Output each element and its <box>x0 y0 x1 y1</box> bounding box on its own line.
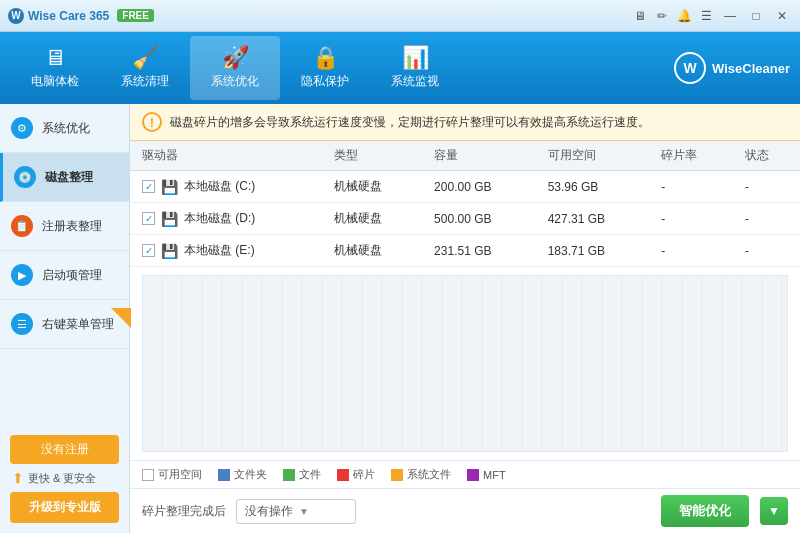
sidebar-item-context-menu[interactable]: ☰ 右键菜单管理 <box>0 300 129 349</box>
menu-icon[interactable]: ☰ <box>698 8 714 24</box>
monitor-icon[interactable]: 🖥 <box>632 8 648 24</box>
sidebar-item-disk-defrag-label: 磁盘整理 <box>45 169 93 186</box>
legend-color-swatch <box>467 469 479 481</box>
table-row[interactable]: 💾 本地磁盘 (C:) 机械硬盘 200.00 GB 53.96 GB - - <box>130 171 800 203</box>
disk-table: 驱动器 类型 容量 可用空间 碎片率 状态 💾 本地磁盘 (C:) <box>130 141 800 267</box>
drive-size: 200.00 GB <box>422 171 536 203</box>
smart-optimize-button[interactable]: 智能优化 <box>661 495 749 527</box>
drive-cell: 💾 本地磁盘 (D:) <box>130 203 322 235</box>
drive-type: 机械硬盘 <box>322 171 422 203</box>
drive-icon: 💾 <box>161 243 178 259</box>
disk-table-container: 驱动器 类型 容量 可用空间 碎片率 状态 💾 本地磁盘 (C:) <box>130 141 800 267</box>
legend-color-swatch <box>142 469 154 481</box>
window-controls: 🖥 ✏ 🔔 ☰ — □ ✕ <box>632 8 792 24</box>
upgrade-button[interactable]: 升级到专业版 <box>10 492 119 523</box>
drive-free: 53.96 GB <box>536 171 650 203</box>
monitor-label: 系统监视 <box>391 73 439 90</box>
legend-item: 碎片 <box>337 467 375 482</box>
system-clean-icon: 🧹 <box>132 47 159 69</box>
drive-type: 机械硬盘 <box>322 203 422 235</box>
dropdown-value: 没有操作 <box>245 503 293 520</box>
drive-checkbox[interactable] <box>142 212 155 225</box>
legend-label: 文件夹 <box>234 467 267 482</box>
nav-system-optimize[interactable]: 🚀 系统优化 <box>190 36 280 100</box>
app-name: Wise Care 365 <box>28 9 109 23</box>
table-row[interactable]: 💾 本地磁盘 (E:) 机械硬盘 231.51 GB 183.71 GB - - <box>130 235 800 267</box>
close-button[interactable]: ✕ <box>772 9 792 23</box>
nav-privacy[interactable]: 🔒 隐私保护 <box>280 36 370 100</box>
edit-icon[interactable]: ✏ <box>654 8 670 24</box>
system-optimize-icon: 🚀 <box>222 47 249 69</box>
drive-icon: 💾 <box>161 179 178 195</box>
legend-item: 文件 <box>283 467 321 482</box>
drive-type: 机械硬盘 <box>322 235 422 267</box>
table-row[interactable]: 💾 本地磁盘 (D:) 机械硬盘 500.00 GB 427.31 GB - - <box>130 203 800 235</box>
sidebar: ⚙ 系统优化 💿 磁盘整理 📋 注册表整理 ▶ 启动项管理 ☰ 右 <box>0 104 130 533</box>
after-defrag-label: 碎片整理完成后 <box>142 503 226 520</box>
drive-free: 183.71 GB <box>536 235 650 267</box>
sidebar-item-context-menu-label: 右键菜单管理 <box>42 316 114 333</box>
context-menu-sidebar-icon: ☰ <box>10 312 34 336</box>
drive-free: 427.31 GB <box>536 203 650 235</box>
sidebar-item-system-optimize-label: 系统优化 <box>42 120 90 137</box>
maximize-button[interactable]: □ <box>746 9 766 23</box>
nav-system-clean[interactable]: 🧹 系统清理 <box>100 36 190 100</box>
alert-text: 磁盘碎片的增多会导致系统运行速度变慢，定期进行碎片整理可以有效提高系统运行速度。 <box>170 114 650 131</box>
minimize-button[interactable]: — <box>720 9 740 23</box>
startup-sidebar-icon: ▶ <box>10 263 34 287</box>
drive-cell: 💾 本地磁盘 (C:) <box>130 171 322 203</box>
privacy-icon: 🔒 <box>312 47 339 69</box>
drive-status: - <box>733 203 800 235</box>
sidebar-item-startup[interactable]: ▶ 启动项管理 <box>0 251 129 300</box>
drive-name: 本地磁盘 (C:) <box>184 178 255 195</box>
top-navigation: 🖥 电脑体检 🧹 系统清理 🚀 系统优化 🔒 隐私保护 📊 系统监视 W Wis… <box>0 32 800 104</box>
sidebar-item-registry-clean[interactable]: 📋 注册表整理 <box>0 202 129 251</box>
sidebar-item-disk-defrag[interactable]: 💿 磁盘整理 <box>0 153 129 202</box>
system-check-label: 电脑体检 <box>31 73 79 90</box>
col-header-free: 可用空间 <box>536 141 650 171</box>
nav-monitor[interactable]: 📊 系统监视 <box>370 36 460 100</box>
drive-checkbox[interactable] <box>142 244 155 257</box>
monitor-nav-icon: 📊 <box>402 47 429 69</box>
drive-status: - <box>733 235 800 267</box>
bottom-bar: 碎片整理完成后 没有操作 ▼ 智能优化 ▼ <box>130 488 800 533</box>
legend-label: 碎片 <box>353 467 375 482</box>
main-layout: ⚙ 系统优化 💿 磁盘整理 📋 注册表整理 ▶ 启动项管理 ☰ 右 <box>0 104 800 533</box>
legend-color-swatch <box>391 469 403 481</box>
drive-frag: - <box>649 235 733 267</box>
nav-system-check[interactable]: 🖥 电脑体检 <box>10 36 100 100</box>
drive-frag: - <box>649 203 733 235</box>
dropdown-arrow-icon: ▼ <box>299 506 309 517</box>
free-badge: FREE <box>117 9 154 22</box>
wisecleaner-brand-name: WiseCleaner <box>712 61 790 76</box>
alert-bar: ! 磁盘碎片的增多会导致系统运行速度变慢，定期进行碎片整理可以有效提高系统运行速… <box>130 104 800 141</box>
titlebar: W Wise Care 365 FREE 🖥 ✏ 🔔 ☰ — □ ✕ <box>0 0 800 32</box>
upgrade-hint: ⬆ 更快 & 更安全 <box>10 470 119 486</box>
drive-checkbox[interactable] <box>142 180 155 193</box>
app-logo: W Wise Care 365 FREE <box>8 8 154 24</box>
col-header-drive: 驱动器 <box>130 141 322 171</box>
sidebar-item-system-optimize[interactable]: ⚙ 系统优化 <box>0 104 129 153</box>
drive-icon: 💾 <box>161 211 178 227</box>
legend-item: 文件夹 <box>218 467 267 482</box>
system-check-icon: 🖥 <box>44 47 66 69</box>
legend-item: MFT <box>467 469 506 481</box>
drive-name: 本地磁盘 (E:) <box>184 242 255 259</box>
legend-color-swatch <box>218 469 230 481</box>
no-register-label: 没有注册 <box>10 435 119 464</box>
smart-optimize-dropdown-button[interactable]: ▼ <box>760 497 788 525</box>
upgrade-hint-text: 更快 & 更安全 <box>28 471 96 486</box>
drive-size: 500.00 GB <box>422 203 536 235</box>
wisecleaner-logo-icon: W <box>674 52 706 84</box>
legend-label: 系统文件 <box>407 467 451 482</box>
disk-defrag-sidebar-icon: 💿 <box>13 165 37 189</box>
drive-cell: 💾 本地磁盘 (E:) <box>130 235 322 267</box>
bell-icon[interactable]: 🔔 <box>676 8 692 24</box>
legend-color-swatch <box>337 469 349 481</box>
legend-item: 可用空间 <box>142 467 202 482</box>
after-defrag-dropdown[interactable]: 没有操作 ▼ <box>236 499 356 524</box>
sidebar-bottom-spacer <box>0 349 129 425</box>
privacy-label: 隐私保护 <box>301 73 349 90</box>
drive-name: 本地磁盘 (D:) <box>184 210 255 227</box>
legend-label: 文件 <box>299 467 321 482</box>
